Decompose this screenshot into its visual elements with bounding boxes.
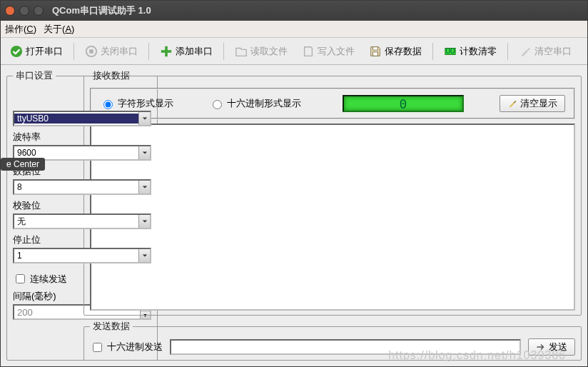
titlebar[interactable]: QCom串口调试助手 1.0 [1, 1, 587, 21]
char-mode-input[interactable] [103, 100, 113, 109]
stopbits-select[interactable] [13, 248, 151, 263]
minimize-icon[interactable] [19, 6, 29, 16]
separator [432, 43, 433, 60]
databits-value[interactable] [14, 182, 138, 192]
svg-rect-5 [372, 46, 377, 50]
write-file-button[interactable]: 写入文件 [297, 42, 360, 61]
broom-icon [507, 99, 517, 109]
separator [223, 43, 224, 60]
baud-value[interactable] [14, 148, 138, 158]
hex-send-checkbox[interactable]: 十六进制发送 [90, 341, 163, 354]
chevron-down-icon[interactable] [138, 181, 150, 193]
send-button[interactable]: 发送 [528, 338, 575, 356]
continuous-send-input[interactable] [16, 274, 25, 283]
port-settings-legend: 串口设置 [13, 69, 56, 82]
counter-icon: 00 [444, 45, 457, 58]
receive-options: 字符形式显示 十六进制形式显示 0 清空显示 [90, 88, 575, 119]
client-area: e Center 串口设置 波特率 数据位 校验位 [1, 65, 587, 366]
menu-operate[interactable]: 操作(C) [5, 23, 36, 36]
parity-value[interactable] [14, 216, 138, 226]
databits-select[interactable] [13, 179, 151, 195]
send-group: 发送数据 十六进制发送 发送 [83, 320, 582, 361]
clear-display-button[interactable]: 清空显示 [500, 95, 565, 112]
close-icon[interactable] [5, 6, 15, 16]
app-window: QCom串口调试助手 1.0 操作(C) 关于(A) 打开串口 关闭串口 添加串… [0, 0, 588, 367]
read-file-button[interactable]: 读取文件 [230, 42, 293, 61]
stopbits-value[interactable] [14, 251, 138, 261]
hex-mode-input[interactable] [213, 100, 222, 109]
separator [148, 43, 149, 60]
plus-icon [160, 45, 173, 58]
reset-counter-button[interactable]: 00 计数清零 [439, 42, 502, 61]
separator [507, 43, 508, 60]
stop-icon [85, 45, 98, 58]
svg-line-9 [527, 48, 530, 51]
toolbar: 打开串口 关闭串口 添加串口 读取文件 写入文件 保存数据 00 计数清零 [1, 38, 587, 65]
chevron-down-icon[interactable] [138, 249, 150, 262]
char-mode-radio[interactable]: 字符形式显示 [100, 97, 173, 110]
add-port-button[interactable]: 添加串口 [155, 42, 218, 61]
chevron-down-icon[interactable] [138, 112, 150, 125]
maximize-icon[interactable] [34, 6, 44, 16]
broom-icon [519, 45, 532, 58]
clear-port-button[interactable]: 清空串口 [514, 42, 577, 61]
separator [74, 43, 74, 60]
counter-display: 0 [343, 95, 464, 112]
svg-line-10 [514, 101, 516, 104]
open-port-button[interactable]: 打开串口 [5, 42, 68, 61]
window-title: QCom串口调试助手 1.0 [52, 4, 151, 17]
hex-mode-radio[interactable]: 十六进制形式显示 [209, 97, 301, 110]
send-input[interactable] [170, 339, 521, 355]
check-icon [10, 45, 23, 58]
arrow-right-icon [536, 343, 546, 351]
close-port-button[interactable]: 关闭串口 [80, 42, 143, 61]
chevron-down-icon[interactable] [138, 146, 150, 159]
receive-legend: 接收数据 [90, 69, 133, 82]
menubar: 操作(C) 关于(A) [1, 21, 587, 38]
receive-group: 接收数据 字符形式显示 十六进制形式显示 0 清空显示 [83, 69, 582, 316]
svg-rect-2 [89, 49, 93, 53]
svg-text:00: 00 [445, 45, 455, 54]
save-data-button[interactable]: 保存数据 [364, 42, 427, 61]
file-open-icon [235, 45, 248, 58]
receive-textarea[interactable] [90, 124, 575, 311]
save-icon [369, 45, 382, 58]
svg-rect-6 [372, 51, 377, 55]
chevron-down-icon[interactable] [138, 215, 150, 228]
port-select-value[interactable] [14, 114, 138, 124]
menu-about[interactable]: 关于(A) [44, 23, 74, 36]
hex-send-input[interactable] [93, 343, 102, 352]
port-select[interactable] [13, 111, 151, 126]
send-legend: 发送数据 [90, 320, 133, 333]
svg-point-0 [11, 45, 22, 56]
svg-rect-4 [161, 50, 171, 53]
sidebar: 串口设置 波特率 数据位 校验位 [6, 69, 78, 361]
file-write-icon [302, 45, 315, 58]
main-area: 接收数据 字符形式显示 十六进制形式显示 0 清空显示 [83, 69, 582, 361]
parity-select[interactable] [13, 213, 151, 229]
tooltip: e Center [1, 158, 45, 171]
